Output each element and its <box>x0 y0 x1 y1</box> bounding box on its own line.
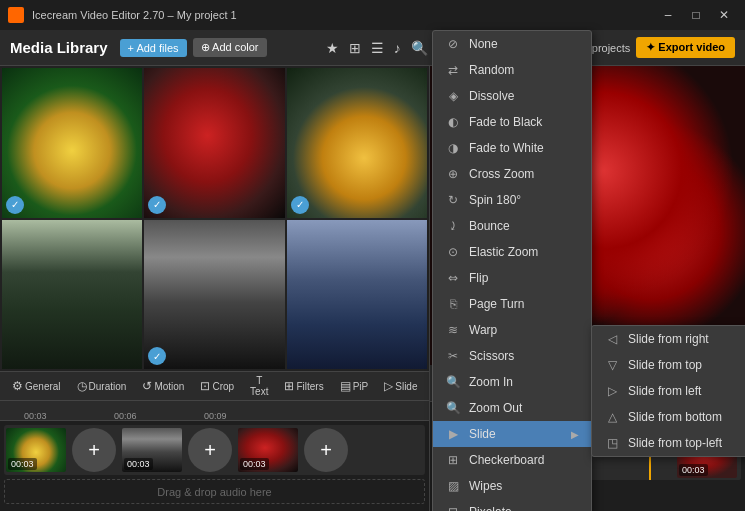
menu-item-zoom-in[interactable]: 🔍 Zoom In <box>433 369 591 395</box>
none-label: None <box>469 37 498 51</box>
menu-item-slide[interactable]: ▶ Slide ▶ <box>433 421 591 447</box>
menu-item-scissors[interactable]: ✂ Scissors <box>433 343 591 369</box>
track-thumb-3[interactable]: 00:03 <box>238 428 298 472</box>
fade-black-icon: ◐ <box>445 114 461 130</box>
slide-menu-icon: ▶ <box>445 426 461 442</box>
menu-item-fade-white[interactable]: ◑ Fade to White <box>433 135 591 161</box>
content-area: ✓ ✓ ✓ ✓ <box>0 66 745 511</box>
export-button[interactable]: ✦ Export video <box>636 37 735 58</box>
fullscreen-button[interactable]: ⤢ <box>723 375 735 391</box>
flip-icon: ⇔ <box>445 270 461 286</box>
scissors-icon: ✂ <box>445 348 461 364</box>
media-thumb[interactable] <box>287 220 427 370</box>
pixelate-label: Pixelate <box>469 505 512 511</box>
slide-label: Slide <box>395 381 417 392</box>
media-panel: ✓ ✓ ✓ ✓ <box>0 66 430 511</box>
track-time-3: 00:03 <box>240 458 269 470</box>
menu-item-random[interactable]: ⇄ Random <box>433 57 591 83</box>
none-icon: ⊘ <box>445 36 461 52</box>
ruler-mark-2: 00:06 <box>114 411 137 421</box>
menu-item-dissolve[interactable]: ◈ Dissolve <box>433 83 591 109</box>
flip-label: Flip <box>469 271 488 285</box>
motion-label: Motion <box>154 381 184 392</box>
thumb-check-3: ✓ <box>291 196 309 214</box>
menu-item-spin[interactable]: ↻ Spin 180° <box>433 187 591 213</box>
track-thumb-2[interactable]: 00:03 <box>122 428 182 472</box>
pip-icon: ▤ <box>340 379 351 393</box>
duration-tool-button[interactable]: ◷ Duration <box>73 377 131 395</box>
elastic-zoom-label: Elastic Zoom <box>469 245 538 259</box>
zoom-in-icon: 🔍 <box>445 374 461 390</box>
checkerboard-label: Checkerboard <box>469 453 544 467</box>
right-track-time: 00:03 <box>679 464 708 476</box>
fade-white-icon: ◑ <box>445 140 461 156</box>
close-button[interactable]: ✕ <box>711 5 737 25</box>
filters-tool-button[interactable]: ⊞ Filters <box>280 377 327 395</box>
warp-label: Warp <box>469 323 497 337</box>
menu-item-zoom-out[interactable]: 🔍 Zoom Out <box>433 395 591 421</box>
volume-icon: 🔊 <box>699 376 715 391</box>
general-tool-button[interactable]: ⚙ General <box>8 377 65 395</box>
motion-tool-button[interactable]: ↺ Motion <box>138 377 188 395</box>
menu-item-elastic-zoom[interactable]: ⊙ Elastic Zoom <box>433 239 591 265</box>
menu-item-page-turn[interactable]: ⎘ Page Turn <box>433 291 591 317</box>
music-icon[interactable]: ♪ <box>392 38 403 58</box>
dissolve-label: Dissolve <box>469 89 514 103</box>
slide-icon: ▷ <box>384 379 393 393</box>
thumb-check-2: ✓ <box>148 196 166 214</box>
slide-tool-button[interactable]: ▷ Slide <box>380 377 421 395</box>
menu-item-warp[interactable]: ≋ Warp <box>433 317 591 343</box>
bounce-icon: ⤸ <box>445 218 461 234</box>
media-thumb[interactable] <box>2 220 142 370</box>
menu-item-bounce[interactable]: ⤸ Bounce <box>433 213 591 239</box>
add-files-button[interactable]: + Add files <box>120 39 187 57</box>
track-add-1[interactable]: + <box>72 428 116 472</box>
menu-item-fade-black[interactable]: ◐ Fade to Black <box>433 109 591 135</box>
menu-item-wipes[interactable]: ▨ Wipes <box>433 473 591 499</box>
pip-tool-button[interactable]: ▤ PiP <box>336 377 373 395</box>
list-icon[interactable]: ☰ <box>369 38 386 58</box>
thumb-check-1: ✓ <box>6 196 24 214</box>
add-color-button[interactable]: ⊕ Add color <box>193 38 267 57</box>
app-icon <box>8 7 24 23</box>
track-thumb-1[interactable]: 00:03 <box>6 428 66 472</box>
search-icon[interactable]: 🔍 <box>409 38 430 58</box>
media-thumb[interactable]: ✓ <box>144 68 284 218</box>
dissolve-icon: ◈ <box>445 88 461 104</box>
media-thumb[interactable]: ✓ <box>2 68 142 218</box>
menu-item-cross-zoom[interactable]: ⊕ Cross Zoom <box>433 161 591 187</box>
timeline-area: 00:03 00:06 00:09 00:03 + 00:03 <box>0 401 429 511</box>
zoom-out-icon: 🔍 <box>445 400 461 416</box>
grid-icon[interactable]: ⊞ <box>347 38 363 58</box>
spin-label: Spin 180° <box>469 193 521 207</box>
media-grid: ✓ ✓ ✓ ✓ <box>0 66 429 371</box>
wipes-label: Wipes <box>469 479 502 493</box>
menu-item-none[interactable]: ⊘ None <box>433 31 591 57</box>
track-add-2[interactable]: + <box>188 428 232 472</box>
time-display: 00:17 <box>663 377 691 389</box>
right-track-thumb: 00:03 <box>677 434 737 478</box>
maximize-button[interactable]: □ <box>683 5 709 25</box>
menu-item-flip[interactable]: ⇔ Flip <box>433 265 591 291</box>
pip-label: PiP <box>353 381 369 392</box>
media-thumb[interactable]: ✓ <box>144 220 284 370</box>
ruler-mark-3: 00:09 <box>204 411 227 421</box>
media-thumb[interactable]: ✓ <box>287 68 427 218</box>
bounce-label: Bounce <box>469 219 510 233</box>
menu-item-checkerboard[interactable]: ⊞ Checkerboard <box>433 447 591 473</box>
zoom-out-label: Zoom Out <box>469 401 522 415</box>
crop-tool-button[interactable]: ⊡ Crop <box>196 377 238 395</box>
ruler-mark-1: 00:03 <box>24 411 47 421</box>
track-add-3[interactable]: + <box>304 428 348 472</box>
minimize-button[interactable]: – <box>655 5 681 25</box>
random-icon: ⇄ <box>445 62 461 78</box>
gear-icon: ⚙ <box>12 379 23 393</box>
text-tool-button[interactable]: T Text <box>246 373 272 399</box>
star-icon[interactable]: ★ <box>324 38 341 58</box>
clock-icon: ◷ <box>77 379 87 393</box>
pixelate-icon: ⊟ <box>445 504 461 511</box>
menu-item-pixelate[interactable]: ⊟ Pixelate <box>433 499 591 511</box>
transition-menu: ⊘ None ⇄ Random ◈ Dissolve ◐ Fade to Bla… <box>432 30 592 511</box>
timeline-ruler: 00:03 00:06 00:09 <box>0 401 429 421</box>
scissors-label: Scissors <box>469 349 514 363</box>
